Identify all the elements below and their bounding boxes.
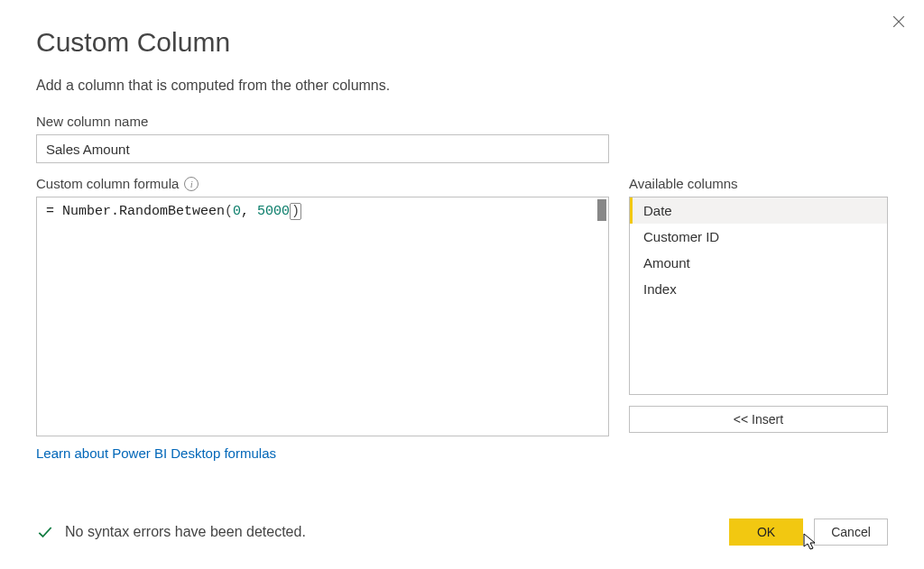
available-column-item[interactable]: Index <box>630 276 887 302</box>
learn-link[interactable]: Learn about Power BI Desktop formulas <box>36 445 276 461</box>
status-bar: No syntax errors have been detected. <box>36 523 306 541</box>
dialog-title: Custom Column <box>36 27 888 58</box>
formula-text: = Number.RandomBetween(0, 5000) <box>37 197 608 225</box>
available-column-item[interactable]: Amount <box>630 250 887 276</box>
close-icon[interactable] <box>890 13 908 31</box>
dialog-subtitle: Add a column that is computed from the o… <box>36 78 888 94</box>
cancel-button[interactable]: Cancel <box>814 519 888 546</box>
available-column-item[interactable]: Date <box>630 197 887 224</box>
status-text: No syntax errors have been detected. <box>65 524 306 540</box>
formula-label: Custom column formula i <box>36 176 609 191</box>
available-columns-label: Available columns <box>629 176 888 191</box>
column-name-label: New column name <box>36 114 888 129</box>
available-columns-list[interactable]: DateCustomer IDAmountIndex <box>629 197 888 395</box>
formula-label-text: Custom column formula <box>36 176 179 191</box>
formula-editor[interactable]: = Number.RandomBetween(0, 5000) <box>36 197 609 436</box>
ok-button[interactable]: OK <box>729 519 803 546</box>
info-icon[interactable]: i <box>184 177 199 191</box>
scrollbar-thumb[interactable] <box>597 199 606 221</box>
insert-button[interactable]: << Insert <box>629 406 888 433</box>
check-icon <box>36 523 54 541</box>
column-name-input[interactable] <box>36 134 609 163</box>
available-column-item[interactable]: Customer ID <box>630 224 887 250</box>
